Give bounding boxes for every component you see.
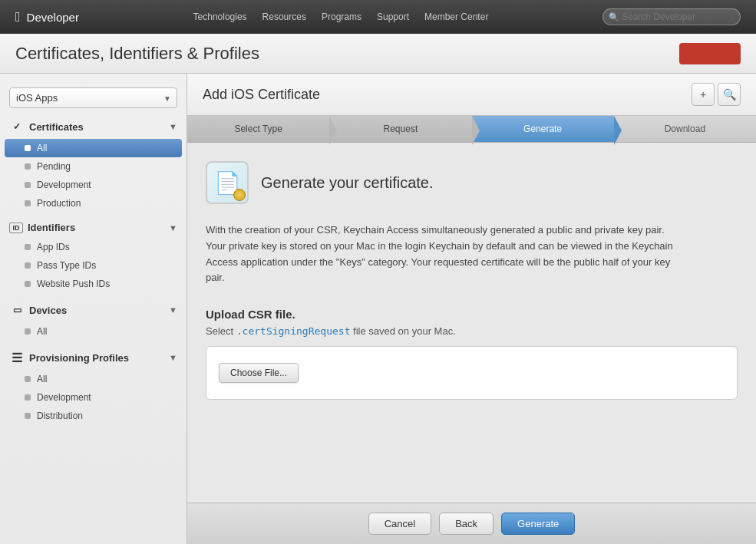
sidebar-item-all-certs[interactable]: All: [5, 139, 182, 157]
nav-resources[interactable]: Resources: [262, 12, 306, 22]
sidebar-item-label: App IDs: [37, 242, 70, 252]
identifiers-items: App IDs Pass Type IDs Website Push IDs: [0, 238, 187, 293]
content-header-buttons: + 🔍: [692, 83, 741, 106]
provisioning-chevron-icon: ▼: [169, 353, 177, 362]
apple-icon: : [15, 9, 21, 25]
devices-chevron-icon: ▼: [169, 305, 177, 315]
search-wrapper: 🔍: [602, 8, 741, 25]
sidebar-item-label: Website Push IDs: [37, 279, 110, 289]
upload-subtitle: Select .certSigningRequest file saved on…: [206, 325, 738, 337]
bullet-icon: [25, 200, 31, 206]
sidebar-item-label: Production: [37, 198, 81, 209]
provisioning-items: All Development Distribution: [0, 370, 187, 425]
nav-programs[interactable]: Programs: [322, 12, 361, 22]
sidebar-item-app-ids[interactable]: App IDs: [0, 238, 187, 256]
sidebar-item-label: Development: [37, 180, 91, 190]
sidebar-section-label-devices: Devices: [29, 305, 67, 316]
bullet-icon: [25, 376, 31, 382]
certificates-chevron-icon: ▼: [169, 122, 177, 131]
bullet-icon: [25, 163, 31, 170]
search-content-button[interactable]: 🔍: [718, 83, 741, 106]
cancel-button[interactable]: Cancel: [368, 513, 431, 535]
cert-icon: 📄: [206, 161, 249, 204]
sidebar-item-website-push-ids[interactable]: Website Push IDs: [0, 275, 187, 293]
steps-bar: Select Type Request Generate Download: [187, 116, 756, 143]
sidebar-item-all-profiles[interactable]: All: [0, 370, 187, 388]
bullet-icon: [25, 413, 31, 419]
identifiers-chevron-icon: ▼: [169, 223, 177, 232]
bullet-icon: [25, 244, 31, 250]
sidebar-item-label: Pending: [37, 161, 71, 172]
sidebar-item-production-cert[interactable]: Production: [0, 194, 187, 213]
page-title: Certificates, Identifiers & Profiles: [15, 44, 259, 64]
content-title: Add iOS Certificate: [203, 87, 320, 103]
sidebar-item-development-profile[interactable]: Development: [0, 388, 187, 407]
content-area: Add iOS Certificate + 🔍 Select Type Requ…: [187, 74, 756, 544]
sidebar-section-label-provisioning: Provisioning Profiles: [29, 352, 129, 364]
brand-name: Developer: [27, 11, 79, 24]
bullet-icon: [25, 281, 31, 287]
upload-box: Choose File...: [206, 346, 738, 400]
cert-header: 📄 Generate your certificate.: [206, 161, 738, 204]
sidebar-section-header-identifiers[interactable]: ID Identifiers ▼: [0, 217, 187, 238]
top-navigation:  Developer Technologies Resources Progr…: [0, 0, 756, 34]
app-type-select[interactable]: iOS Apps Mac Apps tvOS Apps: [9, 87, 177, 108]
upload-subtitle-suffix: file saved on your Mac.: [350, 325, 455, 337]
devices-icon: ▭: [9, 302, 25, 318]
provisioning-icon: ☰: [9, 350, 25, 365]
certificates-items: All Pending Development Production: [0, 139, 187, 213]
step-generate: Generate: [472, 116, 614, 142]
bullet-icon: [25, 182, 31, 188]
sidebar-section-identifiers: ID Identifiers ▼ App IDs Pass Type IDs W…: [0, 217, 187, 293]
bullet-icon: [25, 262, 31, 269]
nav-support[interactable]: Support: [377, 12, 409, 22]
step-generate-label: Generate: [523, 124, 562, 134]
upload-subtitle-code: .certSigningRequest: [236, 325, 351, 337]
sidebar-item-development-cert[interactable]: Development: [0, 176, 187, 194]
choose-file-button[interactable]: Choose File...: [219, 363, 299, 383]
sidebar-item-label: Development: [37, 392, 91, 403]
sidebar-section-devices: ▭ Devices ▼ All: [0, 298, 187, 341]
sidebar-section-label-identifiers: Identifiers: [28, 222, 75, 233]
sidebar-section-header-certificates[interactable]: ✓ Certificates ▼: [0, 114, 187, 139]
sidebar: iOS Apps Mac Apps tvOS Apps ▼ ✓ Certific…: [0, 74, 187, 544]
sidebar-item-label: All: [37, 326, 47, 337]
add-button[interactable]: +: [692, 83, 715, 106]
content-header: Add iOS Certificate + 🔍: [187, 74, 756, 116]
sidebar-item-label: All: [37, 374, 47, 384]
cert-description: With the creation of your CSR, Keychain …: [206, 223, 682, 286]
sidebar-item-pass-type-ids[interactable]: Pass Type IDs: [0, 256, 187, 275]
certificates-icon: ✓: [9, 119, 25, 134]
nav-technologies[interactable]: Technologies: [193, 12, 247, 22]
cert-badge-icon: [233, 189, 246, 201]
upload-section: Upload CSR file. Select .certSigningRequ…: [206, 308, 738, 400]
main-layout: iOS Apps Mac Apps tvOS Apps ▼ ✓ Certific…: [0, 74, 756, 544]
sidebar-item-label: Pass Type IDs: [37, 260, 96, 271]
sidebar-item-label: All: [37, 143, 47, 153]
sidebar-item-all-devices[interactable]: All: [0, 322, 187, 341]
bullet-icon: [25, 328, 31, 335]
cert-generate-title: Generate your certificate.: [261, 174, 434, 192]
upload-subtitle-prefix: Select: [206, 325, 236, 337]
content-footer: Cancel Back Generate: [187, 503, 756, 544]
sidebar-item-pending[interactable]: Pending: [0, 157, 187, 176]
upload-title: Upload CSR file.: [206, 308, 738, 321]
brand-logo:  Developer: [15, 9, 79, 25]
identifiers-icon: ID: [9, 223, 23, 233]
bullet-icon: [25, 394, 31, 401]
generate-button[interactable]: Generate: [501, 513, 575, 535]
nav-member-center[interactable]: Member Center: [424, 12, 488, 22]
page-action-button[interactable]: [679, 43, 741, 64]
back-button[interactable]: Back: [439, 513, 494, 535]
sidebar-section-label-certificates: Certificates: [29, 121, 84, 133]
step-download-label: Download: [665, 124, 705, 134]
step-request-label: Request: [384, 124, 418, 134]
sidebar-section-header-devices[interactable]: ▭ Devices ▼: [0, 298, 187, 322]
sidebar-section-header-provisioning[interactable]: ☰ Provisioning Profiles ▼: [0, 345, 187, 370]
sidebar-item-label: Distribution: [37, 410, 83, 421]
step-select-type-label: Select Type: [234, 124, 282, 134]
step-select-type: Select Type: [187, 116, 329, 142]
sidebar-item-distribution-profile[interactable]: Distribution: [0, 407, 187, 425]
sidebar-section-provisioning: ☰ Provisioning Profiles ▼ All Developmen…: [0, 345, 187, 425]
search-input[interactable]: [602, 8, 741, 25]
